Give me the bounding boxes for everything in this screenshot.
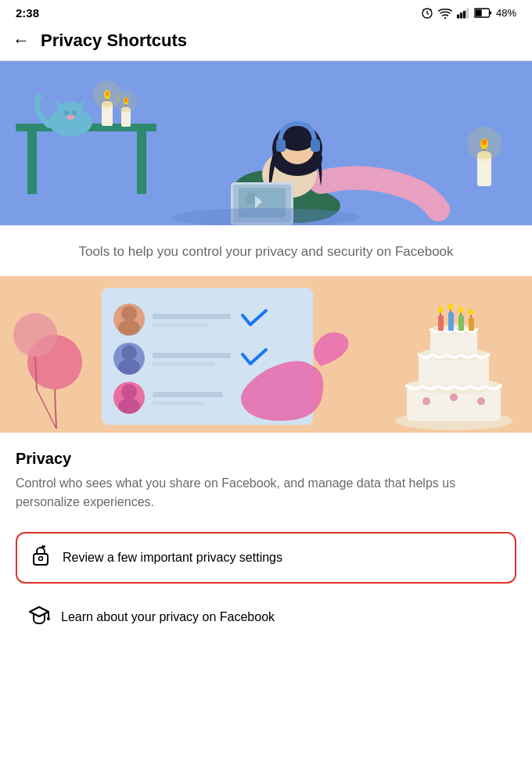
svg-point-103 bbox=[47, 617, 50, 620]
learn-privacy-item[interactable]: Learn about your privacy on Facebook bbox=[16, 593, 516, 641]
svg-point-69 bbox=[118, 359, 140, 375]
svg-rect-70 bbox=[153, 353, 231, 358]
svg-point-33 bbox=[115, 90, 137, 112]
svg-point-3 bbox=[444, 16, 446, 18]
svg-rect-87 bbox=[438, 315, 444, 331]
svg-point-53 bbox=[467, 127, 501, 161]
svg-rect-93 bbox=[458, 315, 464, 331]
status-time: 2:38 bbox=[16, 6, 39, 20]
svg-rect-6 bbox=[463, 10, 466, 18]
svg-rect-96 bbox=[469, 318, 474, 331]
lock-heart-icon bbox=[30, 544, 52, 571]
svg-rect-66 bbox=[153, 323, 207, 327]
svg-point-95 bbox=[458, 307, 463, 313]
svg-line-2 bbox=[430, 9, 431, 9]
svg-point-57 bbox=[13, 313, 57, 357]
privacy-description: Control who sees what you share on Faceb… bbox=[16, 474, 516, 512]
page-title: Privacy Shortcuts bbox=[41, 31, 187, 51]
top-nav: ← Privacy Shortcuts bbox=[0, 23, 532, 61]
svg-rect-42 bbox=[311, 139, 320, 152]
svg-rect-14 bbox=[137, 131, 146, 194]
svg-point-89 bbox=[438, 307, 443, 313]
svg-rect-7 bbox=[466, 8, 469, 18]
svg-point-74 bbox=[118, 398, 140, 414]
signal-icon bbox=[457, 8, 469, 19]
subtitle-text: Tools to help you control your privacy a… bbox=[23, 242, 509, 262]
svg-point-73 bbox=[121, 384, 137, 400]
learn-privacy-label: Learn about your privacy on Facebook bbox=[61, 610, 275, 624]
svg-point-63 bbox=[121, 306, 137, 322]
wifi-icon bbox=[438, 8, 452, 19]
svg-marker-101 bbox=[30, 607, 49, 616]
svg-rect-65 bbox=[153, 314, 231, 319]
svg-point-19 bbox=[64, 110, 69, 115]
svg-rect-4 bbox=[457, 14, 459, 18]
privacy-title: Privacy bbox=[16, 450, 516, 468]
svg-point-20 bbox=[72, 110, 77, 115]
svg-rect-75 bbox=[153, 392, 223, 397]
second-svg bbox=[0, 276, 532, 433]
review-privacy-label: Review a few important privacy settings bbox=[63, 551, 282, 565]
review-privacy-item[interactable]: Review a few important privacy settings bbox=[16, 532, 516, 584]
svg-point-80 bbox=[422, 397, 430, 405]
svg-rect-41 bbox=[276, 139, 286, 152]
svg-rect-90 bbox=[448, 312, 454, 331]
hero-illustration bbox=[0, 61, 532, 225]
svg-point-68 bbox=[121, 345, 137, 361]
subtitle-section: Tools to help you control your privacy a… bbox=[0, 225, 532, 276]
svg-point-92 bbox=[448, 304, 453, 310]
svg-point-100 bbox=[39, 556, 43, 560]
svg-point-82 bbox=[477, 397, 485, 405]
privacy-section: Privacy Control who sees what you share … bbox=[0, 433, 532, 519]
battery-percentage: 48% bbox=[496, 7, 516, 19]
svg-point-81 bbox=[450, 393, 458, 401]
svg-rect-5 bbox=[460, 13, 462, 18]
svg-rect-13 bbox=[27, 131, 37, 194]
svg-rect-76 bbox=[153, 401, 203, 405]
status-icons: 48% bbox=[421, 7, 516, 20]
svg-point-21 bbox=[66, 115, 74, 120]
battery-icon bbox=[474, 8, 491, 18]
svg-rect-9 bbox=[490, 11, 491, 14]
back-button[interactable]: ← bbox=[13, 31, 30, 51]
svg-rect-71 bbox=[153, 362, 215, 366]
svg-line-1 bbox=[423, 9, 424, 9]
svg-point-64 bbox=[118, 320, 140, 336]
action-list: Review a few important privacy settings … bbox=[0, 519, 532, 663]
second-illustration bbox=[0, 276, 532, 433]
status-bar: 2:38 48% bbox=[0, 0, 532, 23]
graduation-icon bbox=[28, 604, 50, 630]
hero-svg bbox=[0, 61, 532, 225]
svg-rect-99 bbox=[34, 554, 48, 565]
alarm-icon bbox=[421, 7, 433, 20]
svg-point-98 bbox=[469, 309, 473, 315]
svg-rect-10 bbox=[475, 9, 481, 16]
